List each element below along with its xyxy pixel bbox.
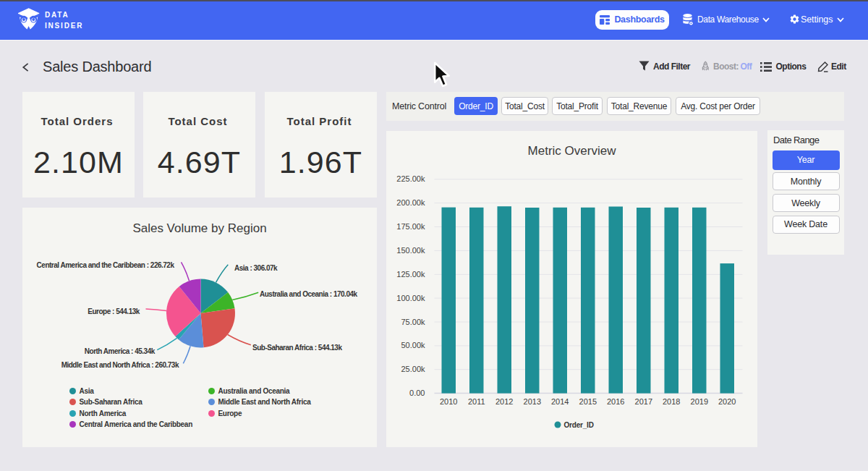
svg-text:225.00k: 225.00k (396, 174, 425, 183)
svg-text:2012: 2012 (495, 397, 513, 406)
svg-text:2016: 2016 (607, 397, 624, 406)
svg-text:2020: 2020 (718, 397, 736, 406)
svg-text:Order_ID: Order_ID (564, 421, 594, 429)
svg-text:50.00k: 50.00k (401, 341, 425, 349)
svg-text:2017: 2017 (635, 397, 652, 406)
svg-text:150.00k: 150.00k (396, 246, 425, 255)
svg-text:200.00k: 200.00k (396, 198, 425, 207)
svg-text:2011: 2011 (468, 397, 485, 406)
svg-text:2015: 2015 (579, 397, 597, 406)
svg-text:175.00k: 175.00k (396, 222, 425, 231)
svg-text:2019: 2019 (691, 397, 708, 406)
svg-text:25.00k: 25.00k (401, 365, 425, 373)
svg-text:125.00k: 125.00k (396, 270, 425, 279)
svg-text:2018: 2018 (663, 397, 680, 406)
svg-text:2014: 2014 (551, 397, 569, 406)
svg-text:100.00k: 100.00k (396, 294, 425, 302)
svg-text:2010: 2010 (440, 397, 457, 406)
svg-text:2013: 2013 (524, 397, 541, 406)
svg-text:0.00: 0.00 (409, 389, 425, 397)
svg-text:75.00k: 75.00k (401, 318, 425, 326)
